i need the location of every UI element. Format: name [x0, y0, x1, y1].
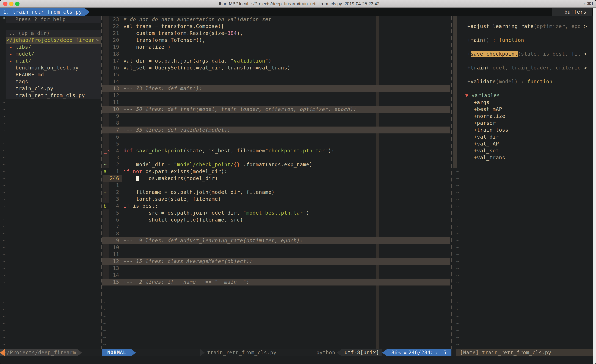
line-number[interactable]: 7 — [103, 127, 121, 133]
fold-row[interactable]: 13+-- 73 lines: def main(): — [102, 85, 450, 92]
fold-bar[interactable]: 15+-- 2 lines: if __name__ == "__main__"… — [102, 279, 450, 285]
blank-line[interactable]: 12 — [102, 92, 450, 99]
blank-line[interactable]: 14 — [102, 78, 450, 85]
titlebar[interactable]: jdhao-MBP.local ~/Projects/deep_firearm/… — [0, 0, 596, 8]
blank-line[interactable]: 3 — [102, 154, 450, 161]
tagbar-item[interactable]: +val_trans — [453, 154, 596, 161]
tagbar-kind-header[interactable]: ▼ variables — [453, 92, 596, 99]
tagbar-item[interactable]: +val_set — [453, 147, 596, 154]
code-line[interactable]: 20 transforms.ToTensor(), — [102, 37, 450, 44]
tree-row-file[interactable]: train_retr_from_cls.py — [0, 92, 100, 99]
code-text[interactable]: torch.save(state, filename) — [123, 196, 221, 203]
code-text[interactable]: if not os.path.exists(model_dir): — [123, 168, 227, 175]
tree-row-root[interactable]: </jdhao/Projects/deep_firear> — [0, 37, 100, 44]
current-line-number[interactable]: 246 — [103, 175, 121, 182]
code-text[interactable]: # do not do data augmentation on validat… — [123, 16, 272, 23]
tag-name-highlighted[interactable]: save_checkpoint — [471, 51, 518, 57]
line-number[interactable]: 21 — [103, 30, 121, 37]
tree-root-path[interactable]: </jdhao/Projects/deep_firear — [6, 37, 95, 44]
fold-row[interactable]: 12+-- 15 lines: class AverageMeter(objec… — [102, 258, 450, 265]
tag-name[interactable]: +args — [474, 99, 490, 105]
tagbar-item[interactable]: +validate(model) : function — [453, 78, 596, 85]
fold-bar[interactable]: 9+-- 9 lines: def adjust_learning_rate(o… — [102, 237, 450, 244]
tag-separator[interactable]: : — [489, 37, 499, 43]
fold-text[interactable]: +-- 2 lines: if __name__ == "__main__": — [123, 279, 249, 285]
code-line[interactable]: 6 shutil.copyfile(filename, src) — [102, 216, 450, 223]
fold-row[interactable]: 7+-- 35 lines: def validate(model): — [102, 127, 450, 133]
tree-row-help[interactable]: " Press ? for help — [0, 16, 100, 23]
tag-kind[interactable]: function — [499, 37, 524, 43]
blank-line[interactable]: 6 — [102, 133, 450, 140]
tree-file-item[interactable]: train_cls.py — [16, 85, 53, 92]
blank-line[interactable]: 18 — [102, 51, 450, 58]
blank-line[interactable]: 8 — [102, 120, 450, 127]
scrollbar[interactable] — [593, 8, 596, 364]
tag-name[interactable]: +adjust_learning_rate — [467, 23, 534, 29]
tab-active[interactable]: 1. train_retr_from_cls.py — [0, 8, 85, 16]
blank-line[interactable]: 8 — [102, 230, 450, 237]
command-line[interactable] — [0, 356, 596, 364]
line-number[interactable]: 3 — [103, 196, 121, 203]
tree-file-item[interactable]: train_retr_from_cls.py — [16, 92, 85, 99]
line-number[interactable]: 13 — [103, 265, 121, 272]
line-number[interactable]: 9 — [103, 113, 121, 120]
line-number[interactable]: 11 — [103, 251, 121, 258]
line-number[interactable]: 5 — [103, 140, 121, 147]
tree-row-file[interactable]: README.md — [0, 71, 100, 78]
code-text[interactable]: src = os.path.join(model_dir, "model_bes… — [123, 210, 309, 216]
code-text[interactable]: val_trans = transforms.Compose([ — [123, 23, 224, 30]
tree-row-dir[interactable]: ▸libs/ — [0, 44, 100, 51]
tag-kind[interactable]: function — [527, 79, 552, 85]
code-text[interactable]: def save_checkpoint(state, is_best, file… — [123, 147, 335, 154]
line-number[interactable]: 8 — [103, 120, 121, 127]
tagbar-item[interactable]: +train_loss — [453, 127, 596, 133]
line-number[interactable]: 11 — [103, 99, 121, 106]
line-number[interactable]: 5 — [103, 210, 121, 216]
tree-dir-item[interactable]: model/ — [16, 51, 35, 58]
tagbar-item[interactable]: +best_mAP — [453, 106, 596, 113]
line-number[interactable]: 4 — [103, 147, 121, 154]
tree-dir-item[interactable]: util/ — [16, 58, 31, 64]
window-separator-right[interactable] — [451, 16, 452, 349]
line-number[interactable]: 19 — [103, 44, 121, 51]
tag-name[interactable]: +val_mAP — [474, 141, 499, 147]
line-number[interactable]: 1 — [103, 168, 121, 175]
code-line[interactable]: 23# do not do data augmentation on valid… — [102, 16, 450, 23]
tag-name[interactable]: +val_set — [474, 148, 499, 154]
tag-name[interactable]: +train — [467, 65, 486, 71]
line-number[interactable]: 6 — [103, 133, 121, 140]
fold-row[interactable]: 15+-- 2 lines: if __name__ == "__main__"… — [102, 279, 450, 285]
blank-line[interactable]: 15 — [102, 71, 450, 78]
line-number[interactable]: 2 — [103, 161, 121, 168]
line-number[interactable]: 15 — [103, 279, 121, 285]
code-line[interactable]: 21 custom_transform.Resize(size=384), — [102, 30, 450, 37]
fold-row[interactable]: 9+-- 9 lines: def adjust_learning_rate(o… — [102, 237, 450, 244]
line-number[interactable]: 1 — [103, 182, 121, 189]
code-text[interactable]: filename = os.path.join(model_dir, filen… — [123, 189, 275, 196]
fold-bar[interactable]: 10+-- 50 lines: def train(model, train_l… — [102, 106, 450, 113]
line-number[interactable]: 4 — [103, 203, 121, 210]
buffers-label[interactable]: buffers — [552, 8, 592, 16]
tag-name[interactable]: +main — [467, 37, 483, 43]
fold-bar[interactable]: 7+-- 35 lines: def validate(model): — [102, 127, 450, 133]
tagbar-item[interactable]: +normalize — [453, 113, 596, 120]
tagbar-item[interactable]: +main() : function — [453, 37, 596, 44]
tagbar-item[interactable]: +adjust_learning_rate(optimizer, epo> — [453, 23, 596, 30]
blank-line[interactable]: 9 — [102, 113, 450, 120]
blank-line[interactable]: 7 — [102, 223, 450, 230]
line-number[interactable]: 17 — [103, 58, 121, 64]
fold-bar[interactable]: 13+-- 73 lines: def main(): — [102, 85, 450, 92]
line-number[interactable]: 10 — [103, 106, 121, 113]
code-line[interactable]: ~5 src = os.path.join(model_dir, "model_… — [102, 210, 450, 216]
tree-row-file[interactable]: tags — [0, 78, 100, 85]
code-line[interactable]: 17val_dir = os.path.join(args.data, "val… — [102, 58, 450, 64]
folder-collapsed-icon[interactable]: ▸ — [9, 44, 12, 51]
tagbar-item[interactable]: +val_mAP — [453, 140, 596, 147]
line-number[interactable]: 20 — [103, 37, 121, 44]
code-text[interactable]: if is_best: — [123, 203, 158, 210]
line-number[interactable]: 3 — [103, 154, 121, 161]
code-text[interactable]: custom_transform.Resize(size=384), — [123, 30, 243, 37]
tree-file-item[interactable]: tags — [16, 78, 28, 85]
code-line[interactable]: 22val_trans = transforms.Compose([ — [102, 23, 450, 30]
fold-text[interactable]: +-- 9 lines: def adjust_learning_rate(op… — [123, 237, 303, 244]
